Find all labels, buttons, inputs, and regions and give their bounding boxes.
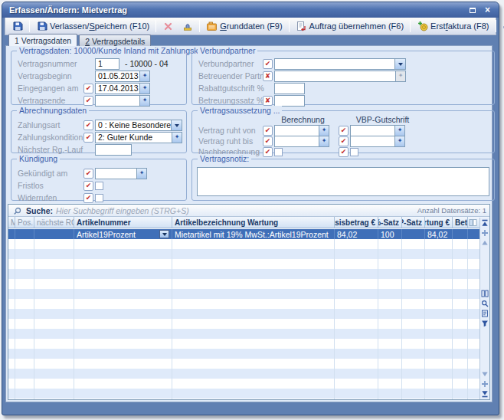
nachberechnung-berechnung-checkbox[interactable] xyxy=(274,148,283,156)
nav-first-button[interactable] xyxy=(481,219,489,227)
nav-filter-button[interactable] xyxy=(481,320,489,327)
save-button[interactable] xyxy=(8,19,27,34)
nav-next-button[interactable] xyxy=(481,370,489,378)
ruht-von-berechnung-edit-flag-icon[interactable] xyxy=(263,126,273,136)
betreuungssatz-locked-flag-icon[interactable] xyxy=(263,96,273,106)
cell-Wartung €[interactable]: 84,02 xyxy=(425,229,453,239)
extras-button[interactable]: Extras xyxy=(499,19,504,34)
widerrufen-checkbox[interactable] xyxy=(95,194,103,202)
eingegangen-edit-flag-icon[interactable] xyxy=(83,84,93,94)
table-row[interactable] xyxy=(8,279,479,289)
table-row[interactable] xyxy=(8,329,479,339)
vertragsbeginn-picker-button[interactable]: ✦ xyxy=(139,71,149,81)
tab-vertragsdetails[interactable]: 2 Vertragsdetails xyxy=(79,34,151,46)
erstfaktura-button[interactable]: Erstfaktura (F8) xyxy=(413,19,493,34)
nav-columns-button[interactable] xyxy=(481,290,489,297)
vertragsnotiz-textarea[interactable] xyxy=(197,167,489,196)
nav-insert-button[interactable] xyxy=(481,380,489,388)
table-row[interactable] xyxy=(8,369,479,379)
column-header-Basisbetrag €[interactable]: Basisbetrag € xyxy=(335,217,378,228)
nav-prev-button[interactable] xyxy=(481,239,489,247)
auftrag-uebernehmen-button[interactable]: Auftrag übernehmen (F6) xyxy=(292,19,408,34)
cell-Pos.[interactable] xyxy=(15,229,34,239)
cell-M[interactable] xyxy=(8,229,15,239)
cell-Artikelbezeichnung Wartung[interactable]: Mietartikel mit 19% MwSt.:Artikel19Proze… xyxy=(172,229,335,239)
eingegangen-input[interactable]: 17.04.2013 /M✦ xyxy=(95,83,150,94)
ruht-bis-vbp-picker-button[interactable]: ✦ xyxy=(394,136,404,146)
zahlungsart-select[interactable]: 0 : Keine Besondere xyxy=(95,120,182,131)
column-header-Betre[interactable]: Betre xyxy=(453,217,468,228)
column-header-Wartung €[interactable]: Wartung € xyxy=(425,217,453,228)
table-row[interactable] xyxy=(8,349,479,359)
vertragsende-edit-flag-icon[interactable] xyxy=(83,96,93,106)
column-header-nächste RG[interactable]: nächste RG xyxy=(34,217,74,228)
nav-search-button[interactable] xyxy=(481,300,489,307)
ruht-von-berechnung-input[interactable]: ✦ xyxy=(274,125,329,136)
ruht-bis-vbp-edit-flag-icon[interactable] xyxy=(339,136,349,146)
grid-search-bar[interactable]: Suche: Hier Suchbegriff eingeben (STRG+S… xyxy=(8,205,489,217)
nav-insert-button[interactable] xyxy=(481,229,489,237)
cell-Betre[interactable] xyxy=(453,229,468,239)
table-row[interactable] xyxy=(8,339,479,349)
verbundpartner-select[interactable] xyxy=(274,58,406,70)
column-header-M[interactable]: M xyxy=(8,217,15,228)
search-input[interactable]: Hier Suchbegriff eingeben (STRG+S) xyxy=(56,206,417,215)
column-header-%-Satz[interactable]: %-Satz xyxy=(378,217,402,228)
restore-button[interactable] xyxy=(466,5,479,15)
nachberechnung-berechnung-edit-flag-icon[interactable] xyxy=(263,147,273,157)
zahlungskondition-edit-flag-icon[interactable] xyxy=(83,133,93,143)
artikelnummer-dropdown-icon[interactable] xyxy=(159,230,169,238)
vertragsbeginn-input[interactable]: 01.05.2013 /M✦ xyxy=(95,71,150,82)
stamp-button[interactable] xyxy=(178,19,197,34)
table-row[interactable]: Artikel19ProzentMietartikel mit 19% MwSt… xyxy=(8,229,479,239)
ruht-bis-berechnung-edit-flag-icon[interactable] xyxy=(263,136,273,146)
gekuendigt-am-picker-button[interactable]: ✦ xyxy=(136,169,146,179)
table-row[interactable] xyxy=(8,269,479,279)
betreuungssatz-input[interactable] xyxy=(274,95,305,107)
table-row[interactable] xyxy=(8,379,479,389)
vertragsende-picker-button[interactable]: ✦ xyxy=(139,96,149,106)
table-row[interactable] xyxy=(8,239,479,249)
ruht-von-vbp-picker-button[interactable]: ✦ xyxy=(394,126,404,136)
table-row[interactable] xyxy=(8,259,479,269)
table-row[interactable] xyxy=(8,399,479,399)
gekuendigt-am-edit-flag-icon[interactable] xyxy=(83,169,93,179)
table-row[interactable] xyxy=(8,359,479,369)
ruht-von-berechnung-picker-button[interactable]: ✦ xyxy=(319,126,329,136)
ruht-bis-berechnung-picker-button[interactable]: ✦ xyxy=(319,136,329,146)
widerrufen-edit-flag-icon[interactable] xyxy=(83,193,93,203)
table-row[interactable] xyxy=(8,319,479,329)
grunddaten-button[interactable]: Grunddaten (F9) xyxy=(202,19,286,34)
table-row[interactable] xyxy=(8,249,479,259)
ruht-von-vbp-edit-flag-icon[interactable] xyxy=(339,126,349,136)
betreuender-partner-input[interactable]: ✦ xyxy=(274,71,406,82)
fristlos-checkbox[interactable] xyxy=(95,182,103,190)
table-row[interactable] xyxy=(8,299,479,309)
ruht-bis-vbp-input[interactable]: ✦ xyxy=(350,136,405,147)
verlassen-speichern-button[interactable]: Verlassen/Speichern (F10) xyxy=(32,19,153,34)
column-chooser-icon[interactable] xyxy=(468,217,478,228)
delete-button[interactable] xyxy=(159,19,178,34)
column-header-Artikelbezeichnung Wartung[interactable]: Artikelbezeichnung Wartung xyxy=(172,217,335,228)
zahlungskondition-select[interactable]: 2: Guter Kunde✦ xyxy=(95,132,182,143)
nachberechnung-vbp-checkbox[interactable] xyxy=(350,148,358,156)
naechster-rg-lauf-input[interactable] xyxy=(95,144,132,156)
cell-Basisbetrag €[interactable]: 84,02 xyxy=(335,229,378,239)
zahlungsart-edit-flag-icon[interactable] xyxy=(83,120,93,130)
cell-nächste RG[interactable] xyxy=(34,229,74,239)
cell-%-Satz[interactable]: 100 xyxy=(378,229,402,239)
column-header-VBP-Satz[interactable]: VBP-Satz xyxy=(402,217,425,228)
vertragsnummer-input[interactable]: 1 xyxy=(95,58,119,70)
fristlos-edit-flag-icon[interactable] xyxy=(83,181,93,191)
verbundpartner-edit-flag-icon[interactable] xyxy=(263,59,273,69)
table-row[interactable] xyxy=(8,389,479,399)
nav-notes-button[interactable] xyxy=(481,310,489,317)
ruht-bis-berechnung-input[interactable]: ✦ xyxy=(274,136,329,147)
ruht-von-vbp-input[interactable]: ✦ xyxy=(350,125,405,136)
column-header-Pos.[interactable]: Pos. xyxy=(15,217,34,228)
zahlungsart-dropdown-icon[interactable] xyxy=(171,120,182,130)
tab-vertragsdaten[interactable]: 1 Vertragsdaten xyxy=(8,34,77,46)
zahlungskondition-picker-button[interactable]: ✦ xyxy=(172,133,182,143)
verbundpartner-dropdown-icon[interactable] xyxy=(394,59,405,69)
nav-last-button[interactable] xyxy=(481,390,489,398)
